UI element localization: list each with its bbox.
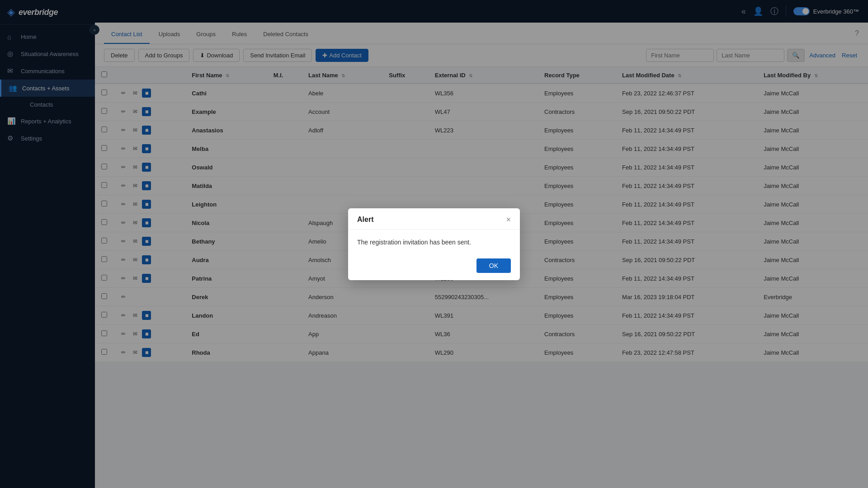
- modal-body: The registration invitation has been sen…: [348, 230, 520, 253]
- modal-header: Alert ×: [348, 208, 520, 230]
- modal-close-button[interactable]: ×: [506, 216, 511, 224]
- modal-title: Alert: [357, 216, 373, 224]
- modal-overlay: Alert × The registration invitation has …: [0, 0, 868, 488]
- modal-footer: OK: [348, 253, 520, 280]
- modal-message: The registration invitation has been sen…: [357, 239, 511, 246]
- alert-modal: Alert × The registration invitation has …: [348, 208, 520, 280]
- modal-ok-button[interactable]: OK: [476, 258, 511, 273]
